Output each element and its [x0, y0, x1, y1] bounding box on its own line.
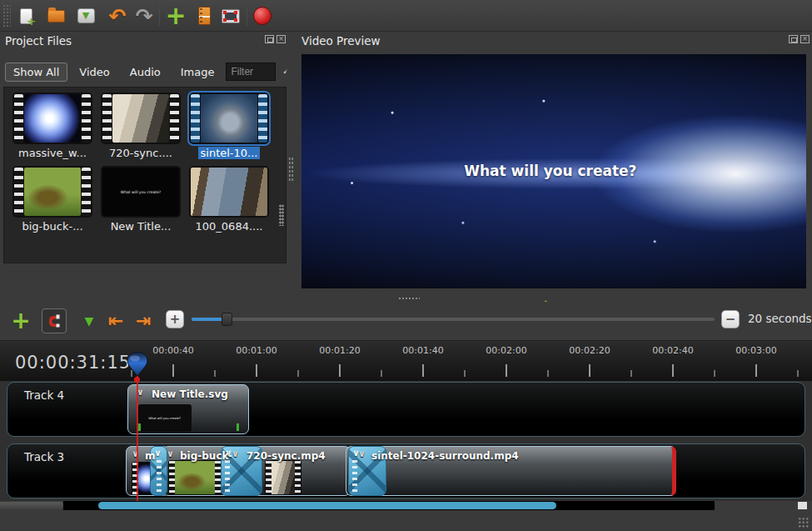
playhead-balloon-icon [125, 352, 150, 377]
filter-audio-button[interactable]: Audio [122, 63, 169, 82]
main-toolbar: + ↶ ↷ + [0, 0, 812, 32]
track-4-row[interactable]: Track 4 ∨ New Title.svg What will you cr… [7, 382, 805, 437]
close-panel-icon[interactable]: × [800, 35, 810, 43]
fade-handle[interactable] [138, 423, 141, 431]
ruler-tick [256, 364, 257, 377]
import-files-button[interactable]: + [163, 3, 188, 28]
undo-button[interactable]: ↶ [105, 3, 130, 28]
ruler-minor-tick [464, 370, 466, 377]
scrollbar-thumb[interactable] [98, 502, 556, 509]
zoom-slider[interactable] [192, 318, 715, 321]
filter-video-button[interactable]: Video [71, 63, 117, 82]
transition-filmstrip-dots [157, 460, 162, 492]
previous-marker-icon: ⇤ [108, 312, 123, 330]
toolbar-separator [247, 6, 247, 26]
clip-title: big-buck- [180, 450, 232, 462]
clip-new-title[interactable]: ∨ New Title.svg What will you create? [127, 384, 249, 434]
filter-image-button[interactable]: Image [172, 63, 223, 82]
clip-menu-chevron-icon[interactable]: ∨ [232, 448, 239, 459]
video-preview-panel: Video Preview × What will you create? ⇤ … [293, 32, 812, 302]
window-resize-grip[interactable] [798, 517, 810, 528]
add-marker-button[interactable]: ▼ [77, 308, 102, 333]
toolbar-drag-handle[interactable] [2, 4, 11, 28]
panel-window-buttons: × [265, 35, 286, 43]
clip-menu-chevron-icon[interactable]: ∨ [358, 448, 366, 459]
next-marker-icon: ⇥ [136, 312, 151, 330]
ruler-minor-tick [630, 370, 632, 377]
timeline-toolbar: + ▼ ⇤ ⇥ + − 20 seconds [0, 302, 812, 340]
ruler-tick [339, 364, 341, 377]
export-video-button[interactable] [250, 3, 275, 28]
ruler-tick [506, 364, 507, 377]
file-label: 100_0684.... [193, 220, 266, 233]
clear-filter-broom-icon[interactable] [282, 63, 288, 81]
list-scroll-handle[interactable] [279, 204, 284, 226]
track-3-row[interactable]: Track 3 ∨ m ∨ big-buck- ∨ 720-sync.mp4 [7, 443, 805, 498]
timeline-scrollbar[interactable] [0, 501, 812, 510]
status-area [0, 510, 812, 531]
filter-row: Show All Video Audio Image [5, 62, 288, 82]
snapping-toggle-button[interactable] [42, 308, 67, 333]
profile-filmstrip-icon [198, 7, 211, 25]
video-canvas[interactable]: What will you create? [301, 54, 806, 288]
file-item-sintel-selected[interactable]: sintel-10... [186, 93, 272, 163]
zoom-slider-handle[interactable] [222, 313, 232, 326]
ruler-minor-tick [547, 370, 549, 377]
previous-marker-button[interactable]: ⇤ [103, 308, 128, 333]
zoom-out-button[interactable]: − [721, 310, 740, 328]
new-project-icon: + [20, 8, 32, 24]
file-item-bedroom[interactable]: 100_0684.... [186, 166, 272, 236]
open-project-button[interactable] [43, 3, 68, 28]
filter-show-all-button[interactable]: Show All [5, 63, 67, 82]
video-overlay-text: What will you create? [464, 163, 636, 179]
ruler-label: 00:02:00 [473, 345, 540, 356]
timeline-ruler[interactable]: 00:00:31:15 00:00:40 00:01:00 00:01:20 0… [0, 340, 812, 381]
open-folder-icon [47, 10, 65, 23]
new-project-button[interactable]: + [13, 3, 38, 28]
timeline-scale-label: 20 seconds [748, 312, 812, 325]
file-label: sintel-10... [198, 147, 261, 159]
redo-button[interactable]: ↷ [132, 3, 157, 28]
project-files-panel: Project Files × Show All Video Audio Ima… [0, 32, 293, 275]
track-label: Track 3 [24, 450, 64, 463]
openshot-window: + ↶ ↷ + Project Files [0, 0, 812, 531]
close-panel-icon[interactable]: × [276, 35, 286, 43]
thumb-caption: What will you create? [121, 189, 161, 193]
track-label: Track 4 [24, 388, 64, 402]
file-thumbnail [12, 166, 92, 218]
file-item-720sync[interactable]: 720-sync.... [97, 93, 184, 163]
playhead-marker[interactable] [125, 352, 150, 380]
zoom-in-button[interactable]: + [166, 310, 184, 328]
add-track-button[interactable]: + [8, 308, 33, 333]
toolbar-separator [159, 6, 160, 26]
file-label: New Title... [108, 220, 174, 233]
video-preview-title: Video Preview [301, 34, 381, 48]
next-marker-button[interactable]: ⇥ [131, 308, 156, 333]
float-panel-icon[interactable] [265, 35, 274, 43]
fullscreen-button[interactable] [218, 3, 243, 28]
clip-thumbnail: What will you create? [138, 404, 192, 432]
filter-input[interactable] [226, 63, 276, 81]
scrollbar-corner [798, 502, 807, 509]
file-thumbnail [189, 93, 269, 144]
float-panel-icon[interactable] [789, 35, 798, 43]
fullscreen-icon [222, 9, 240, 23]
clip-thumbnail [168, 460, 222, 495]
clip-title: m [145, 450, 156, 462]
clip-sintel[interactable]: ∨ sintel-1024-surround.mp4 [346, 446, 676, 496]
save-project-button[interactable] [73, 3, 98, 28]
file-thumbnail [189, 166, 269, 218]
marker-icon: ▼ [85, 315, 94, 327]
ruler-minor-tick [797, 370, 799, 377]
add-track-icon: + [11, 309, 30, 333]
choose-profile-button[interactable] [192, 3, 217, 28]
zoom-slider-fill [192, 318, 225, 321]
ruler-tick [755, 364, 757, 377]
playhead-line[interactable] [137, 374, 138, 501]
file-item-bigbuck[interactable]: big-buck-... [9, 166, 96, 236]
file-item-new-title[interactable]: What will you create? New Title... [97, 166, 184, 236]
clip-menu-chevron-icon[interactable]: ∨ [167, 448, 174, 459]
fade-handle[interactable] [237, 423, 239, 431]
transition-filmstrip-dots [225, 460, 230, 492]
file-item-massive[interactable]: massive_w... [9, 93, 96, 163]
